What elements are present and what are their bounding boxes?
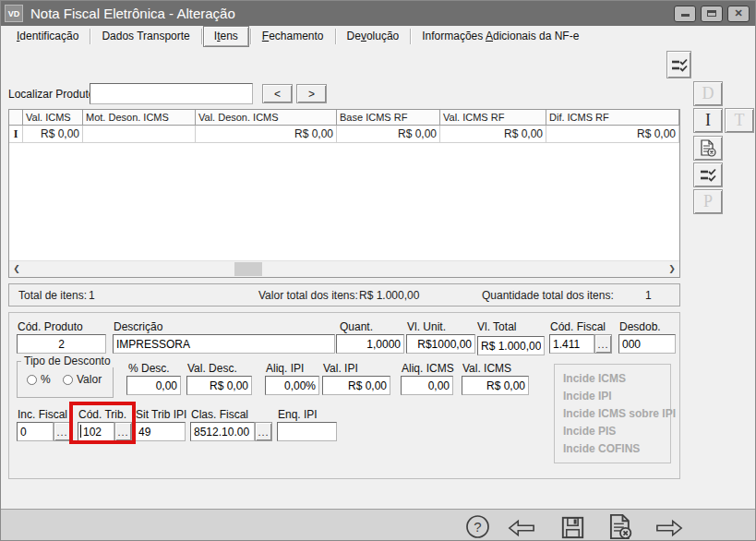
- confirm-item-button[interactable]: [693, 162, 723, 187]
- vl-unit-label: Vl. Unit.: [407, 320, 446, 333]
- clas-fiscal-browse-button[interactable]: ...: [255, 422, 272, 441]
- grid-selector-header: [9, 110, 23, 126]
- desdob-input[interactable]: [618, 334, 676, 354]
- locate-product-label: Localizar Produto: [8, 88, 94, 101]
- text-caret: [80, 425, 81, 438]
- grid-column-header[interactable]: Mot. Deson. ICMS: [83, 110, 196, 126]
- side-button-d[interactable]: D: [693, 81, 723, 106]
- side-button-t[interactable]: T: [725, 108, 754, 133]
- title-bar: VD Nota Fiscal Eletrônica - Alteração ✕: [1, 1, 755, 26]
- cod-produto-input[interactable]: [17, 334, 106, 354]
- incide-item: Incide PIS: [563, 423, 670, 440]
- close-icon: ✕: [734, 8, 742, 18]
- grid-column-header[interactable]: Val. Deson. ICMS: [196, 110, 337, 126]
- grid-column-header[interactable]: Val. ICMS: [23, 110, 83, 126]
- quant-input[interactable]: [336, 334, 404, 354]
- app-icon: VD: [5, 5, 23, 22]
- minimize-icon: [681, 14, 690, 17]
- total-qty-label: Quantidade total dos itens:: [482, 289, 614, 302]
- previous-button[interactable]: [508, 514, 535, 541]
- vl-total-input[interactable]: [477, 336, 545, 355]
- tab-separator: [335, 29, 336, 44]
- grid-cell[interactable]: [83, 126, 196, 143]
- cod-fiscal-browse-button[interactable]: ...: [594, 334, 612, 354]
- aliq-icms-label: Aliq. ICMS: [402, 362, 454, 375]
- horizontal-scrollbar[interactable]: ❮ ❯: [9, 260, 679, 277]
- val-desc-input[interactable]: [186, 376, 252, 395]
- aliq-ipi-input[interactable]: [265, 376, 319, 395]
- desconto-percent-radio[interactable]: %: [27, 373, 51, 386]
- sit-trib-ipi-input[interactable]: [135, 422, 186, 441]
- svg-text:?: ?: [474, 519, 481, 535]
- cod-trib-field: ...: [78, 422, 132, 441]
- cod-trib-browse-button[interactable]: ...: [114, 422, 132, 441]
- scroll-left-icon[interactable]: ❮: [9, 261, 24, 276]
- enq-ipi-input[interactable]: [277, 422, 337, 441]
- grid-cell[interactable]: R$ 0,00: [440, 126, 546, 143]
- previous-item-button[interactable]: <: [262, 84, 293, 103]
- maximize-button[interactable]: [701, 6, 723, 22]
- minimize-button[interactable]: [674, 6, 696, 22]
- tab-itens[interactable]: Itens: [203, 26, 249, 47]
- perc-desc-input[interactable]: [126, 376, 181, 395]
- delete-document-button[interactable]: [606, 512, 634, 540]
- delete-item-button[interactable]: [693, 136, 723, 161]
- save-button[interactable]: [558, 513, 586, 541]
- incide-item: Incide ICMS: [563, 370, 670, 388]
- total-qty-value: 1: [645, 289, 652, 302]
- inc-fiscal-label: Inc. Fiscal: [18, 408, 67, 421]
- inc-fiscal-browse-button[interactable]: ...: [54, 422, 71, 441]
- cod-fiscal-input[interactable]: [549, 334, 594, 354]
- tab-identifica-o[interactable]: Identificação: [6, 27, 89, 46]
- help-button[interactable]: ?: [463, 512, 491, 540]
- total-value-label: Valor total dos itens:: [258, 289, 358, 302]
- close-button[interactable]: ✕: [727, 6, 750, 22]
- tab-separator: [201, 29, 202, 44]
- radio-icon: [27, 375, 37, 385]
- quant-label: Quant.: [340, 320, 373, 333]
- side-button-i[interactable]: I: [693, 108, 723, 133]
- next-button[interactable]: [655, 514, 683, 541]
- grid-column-header[interactable]: Dif. ICMS RF: [546, 110, 679, 126]
- cod-produto-label: Cód. Produto: [18, 320, 83, 333]
- clas-fiscal-label: Clas. Fiscal: [191, 408, 248, 421]
- items-grid: Val. ICMSMot. Deson. ICMSVal. Deson. ICM…: [8, 109, 680, 278]
- cod-trib-label: Cód. Trib.: [78, 408, 126, 421]
- incide-box: Incide ICMSIncide IPIIncide ICMS sobre I…: [554, 364, 671, 463]
- grid-cell[interactable]: R$ 0,00: [23, 126, 83, 143]
- grid-data-row[interactable]: IR$ 0,00R$ 0,00R$ 0,00R$ 0,00R$ 0,00: [9, 126, 679, 143]
- grid-cell[interactable]: R$ 0,00: [196, 126, 337, 143]
- grid-column-header[interactable]: Val. ICMS RF: [440, 110, 546, 126]
- tab-separator: [410, 29, 411, 44]
- side-button-p[interactable]: P: [693, 189, 723, 214]
- sit-trib-ipi-label: Sit Trib IPI: [136, 408, 186, 421]
- tab-dados-transporte[interactable]: Dados Transporte: [91, 27, 199, 46]
- desconto-percent-label: %: [41, 373, 51, 386]
- window-title: Nota Fiscal Eletrônica - Alteração: [30, 6, 235, 21]
- tab-fechamento[interactable]: Fechamento: [252, 27, 334, 46]
- grid-cell[interactable]: R$ 0,00: [546, 126, 679, 143]
- grid-header-row: Val. ICMSMot. Deson. ICMSVal. Deson. ICM…: [9, 110, 679, 126]
- item-list-button[interactable]: [666, 51, 691, 78]
- vl-total-label: Vl. Total: [477, 320, 516, 333]
- tab-informa-es-adicionais-da-nf-e[interactable]: Informações Adicionais da NF-e: [412, 27, 589, 46]
- tab-devolu-o[interactable]: Devolução: [337, 27, 410, 46]
- cod-trib-input[interactable]: [78, 422, 114, 441]
- next-item-button[interactable]: >: [296, 84, 327, 103]
- scroll-right-icon[interactable]: ❯: [665, 261, 679, 276]
- grid-column-header[interactable]: Base ICMS RF: [337, 110, 440, 126]
- vl-unit-input[interactable]: [406, 334, 475, 354]
- desconto-valor-radio[interactable]: Valor: [63, 373, 102, 386]
- clas-fiscal-input[interactable]: [190, 422, 255, 441]
- val-icms-input[interactable]: [462, 376, 529, 395]
- aliq-icms-input[interactable]: [401, 376, 453, 395]
- scrollbar-thumb[interactable]: [234, 262, 262, 276]
- totals-bar: Total de itens: 1 Valor total dos itens:…: [8, 283, 680, 307]
- locate-product-input[interactable]: [90, 83, 253, 104]
- descricao-input[interactable]: [113, 334, 335, 354]
- inc-fiscal-input[interactable]: [17, 422, 54, 441]
- inc-fiscal-field: ...: [17, 422, 71, 441]
- desconto-valor-label: Valor: [77, 373, 102, 386]
- grid-cell[interactable]: R$ 0,00: [337, 126, 440, 143]
- val-ipi-input[interactable]: [322, 376, 390, 395]
